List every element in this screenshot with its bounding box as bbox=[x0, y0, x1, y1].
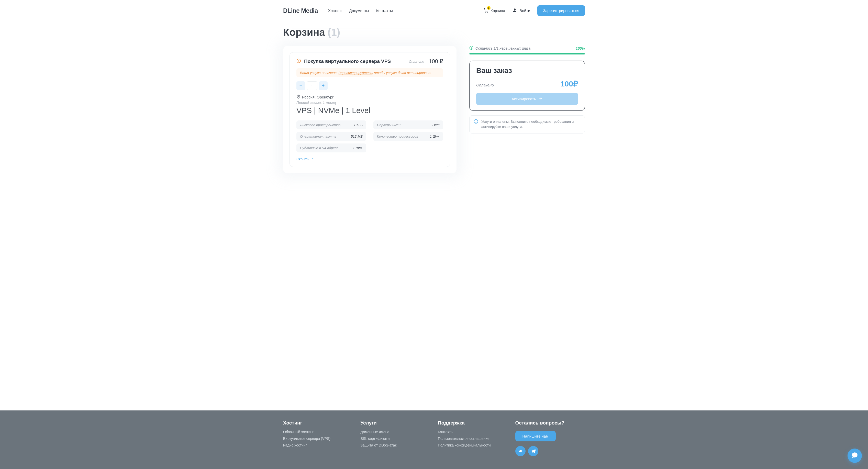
svg-point-13 bbox=[476, 122, 476, 123]
chevron-up-icon bbox=[311, 157, 314, 161]
footer-heading: Услуги bbox=[361, 420, 430, 426]
footer-link[interactable]: Радио хостинг bbox=[283, 443, 353, 447]
progress-percent: 100% bbox=[576, 46, 585, 51]
chat-bubble-button[interactable] bbox=[847, 448, 862, 463]
svg-point-9 bbox=[471, 49, 471, 49]
nav-contacts[interactable]: Контакты bbox=[376, 8, 393, 13]
svg-point-1 bbox=[488, 12, 488, 12]
footer-link[interactable]: Виртуальные сервера (VPS) bbox=[283, 437, 353, 441]
svg-point-5 bbox=[299, 62, 299, 62]
notice-text-2: , чтобы услуга была активирована. bbox=[372, 71, 431, 75]
svg-point-6 bbox=[298, 96, 299, 97]
info-box: Услуги оплачены. Выполните необходимые т… bbox=[469, 115, 585, 133]
order-paid-label: Оплачено bbox=[476, 83, 494, 87]
page-title-text: Корзина bbox=[283, 27, 325, 38]
cart-item-price: 100 ₽ bbox=[429, 58, 443, 65]
footer-link[interactable]: Пользовательское соглашение bbox=[438, 437, 508, 441]
vk-icon[interactable] bbox=[515, 446, 526, 456]
spec-value: 512 МБ bbox=[351, 134, 363, 138]
spec-label: Публичные IPv4-адреса bbox=[300, 146, 338, 150]
info-text: Услуги оплачены. Выполните необходимые т… bbox=[481, 119, 581, 130]
progress-bar bbox=[469, 53, 585, 55]
telegram-icon[interactable] bbox=[528, 446, 538, 456]
site-header: DLine Media Хостинг Документы Контакты 1… bbox=[283, 0, 585, 21]
spec-row-disk: Дисковое пространство 10 ГБ bbox=[297, 120, 366, 129]
footer-link[interactable]: Облачный хостинг bbox=[283, 430, 353, 434]
progress-text: Осталось 1/1 нерешенных шага bbox=[475, 46, 530, 51]
cart-icon: 1 bbox=[483, 8, 489, 13]
spec-value: Нет bbox=[432, 123, 440, 127]
login-link[interactable]: Войти bbox=[512, 8, 530, 13]
user-icon bbox=[512, 8, 517, 13]
footer-col-contact: Остались вопросы? Напишите нам bbox=[515, 420, 585, 456]
site-logo[interactable]: DLine Media bbox=[283, 7, 318, 14]
qty-input[interactable] bbox=[307, 81, 317, 90]
spec-row-cpu: Количество процессоров 1 Шт. bbox=[373, 132, 443, 141]
spec-value: 1 Шт. bbox=[353, 146, 363, 150]
footer-link[interactable]: Контакты bbox=[438, 430, 508, 434]
location-icon bbox=[297, 95, 301, 99]
chat-icon bbox=[851, 452, 858, 460]
activate-button[interactable]: Активировать bbox=[476, 93, 578, 105]
notice-text-1: Ваша услуга оплачена. bbox=[300, 71, 339, 75]
spec-value: 10 ГБ bbox=[354, 123, 363, 127]
spec-label: Серверы имён bbox=[377, 123, 401, 127]
order-summary: Ваш заказ Оплачено 100₽ Активировать bbox=[469, 61, 585, 111]
alert-icon bbox=[297, 59, 301, 64]
collapse-toggle[interactable]: Скрыть bbox=[297, 157, 443, 161]
cart-item-price-label: Оплачено bbox=[409, 60, 424, 63]
footer-heading: Поддержка bbox=[438, 420, 508, 426]
qty-decrement-button[interactable]: − bbox=[297, 81, 305, 90]
nav-hosting[interactable]: Хостинг bbox=[328, 8, 342, 13]
nav-documents[interactable]: Документы bbox=[349, 8, 369, 13]
svg-point-2 bbox=[514, 8, 516, 10]
spec-grid: Дисковое пространство 10 ГБ Серверы имён… bbox=[297, 120, 443, 152]
arrow-right-icon bbox=[538, 96, 543, 101]
location-text: Россия, Оренбург bbox=[302, 95, 334, 99]
order-period: Период заказа: 1 месяц bbox=[297, 100, 443, 104]
activate-label: Активировать bbox=[512, 97, 536, 101]
cart-label: Корзина bbox=[491, 8, 505, 13]
order-title: Ваш заказ bbox=[476, 66, 578, 75]
notice-bar: Ваша услуга оплачена. Зарегистрируйтесь,… bbox=[297, 68, 443, 77]
alert-icon bbox=[469, 46, 473, 51]
cart-badge: 1 bbox=[487, 6, 491, 10]
login-label: Войти bbox=[520, 8, 530, 13]
spec-value: 1 Шт. bbox=[430, 134, 440, 138]
product-name: VPS | NVMe | 1 Level bbox=[297, 106, 443, 115]
notice-link[interactable]: Зарегистрируйтесь bbox=[339, 71, 372, 75]
collapse-label: Скрыть bbox=[297, 157, 309, 161]
register-button[interactable]: Зарегистрироваться bbox=[537, 5, 585, 16]
progress-status: Осталось 1/1 нерешенных шага 100% bbox=[469, 46, 585, 51]
footer-col-support: Поддержка Контакты Пользовательское согл… bbox=[438, 420, 508, 456]
footer-link[interactable]: SSL сертификаты bbox=[361, 437, 430, 441]
footer-col-services: Услуги Доменные имена SSL сертификаты За… bbox=[361, 420, 430, 456]
footer-link[interactable]: Защита от DDoS-атак bbox=[361, 443, 430, 447]
cart-item-title: Покупка виртуального сервера VPS bbox=[304, 59, 406, 64]
cart-link[interactable]: 1 Корзина bbox=[483, 8, 505, 13]
main-nav: Хостинг Документы Контакты bbox=[328, 8, 393, 13]
spec-row-ipv4: Публичные IPv4-адреса 1 Шт. bbox=[297, 144, 366, 152]
footer-col-hosting: Хостинг Облачный хостинг Виртуальные сер… bbox=[283, 420, 353, 456]
footer-link[interactable]: Политика конфиденциальности bbox=[438, 443, 508, 447]
page-title-count: (1) bbox=[328, 27, 340, 38]
site-footer: Хостинг Облачный хостинг Виртуальные сер… bbox=[0, 410, 868, 469]
order-amount: 100₽ bbox=[560, 79, 578, 88]
spec-label: Дисковое пространство bbox=[300, 123, 340, 127]
spec-row-ram: Оперативная память 512 МБ bbox=[297, 132, 366, 141]
spec-row-nameservers: Серверы имён Нет bbox=[373, 120, 443, 129]
spec-label: Количество процессоров bbox=[377, 134, 418, 138]
quantity-stepper: − + bbox=[297, 81, 443, 90]
qty-increment-button[interactable]: + bbox=[319, 81, 328, 90]
write-us-button[interactable]: Напишите нам bbox=[515, 431, 556, 441]
cart-card: Покупка виртуального сервера VPS Оплачен… bbox=[283, 46, 457, 174]
footer-link[interactable]: Доменные имена bbox=[361, 430, 430, 434]
spec-label: Оперативная память bbox=[300, 134, 336, 138]
page-title: Корзина (1) bbox=[283, 27, 585, 38]
svg-point-0 bbox=[485, 12, 486, 12]
footer-question: Остались вопросы? bbox=[515, 420, 585, 426]
footer-heading: Хостинг bbox=[283, 420, 353, 426]
info-icon bbox=[474, 119, 478, 125]
